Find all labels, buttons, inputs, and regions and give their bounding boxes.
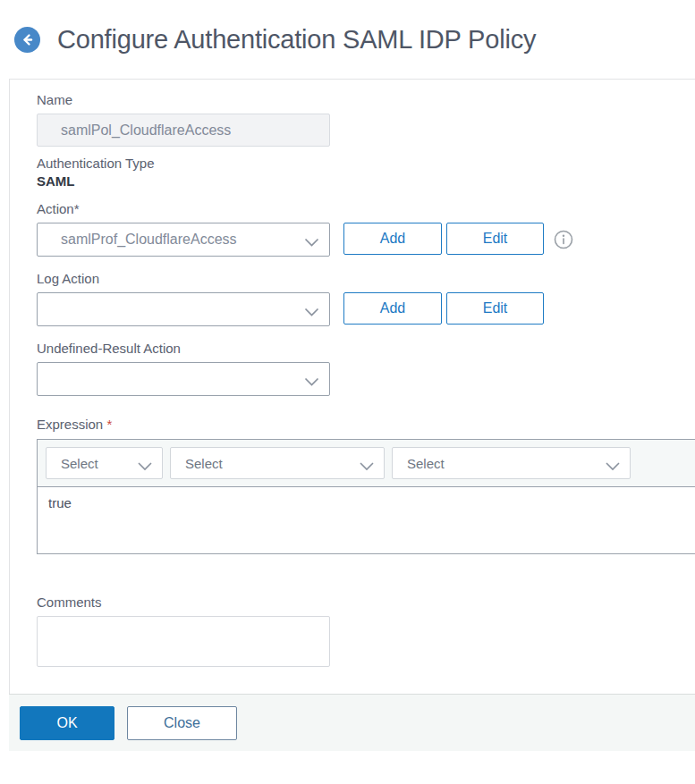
action-label: Action* [37,201,695,216]
expression-select-3[interactable]: Select [392,447,631,479]
chevron-down-icon [606,459,620,474]
log-action-edit-button[interactable]: Edit [446,292,544,325]
log-action-label: Log Action [37,271,695,286]
chevron-down-icon [138,459,152,474]
required-asterisk: * [106,417,112,432]
comments-input[interactable] [37,616,330,667]
ok-button[interactable]: OK [20,706,114,740]
undefined-result-action-label: Undefined-Result Action [37,341,695,356]
action-select[interactable]: samlProf_CloudflareAccess [37,223,330,257]
info-icon[interactable] [554,230,573,253]
footer-bar: OK Close [9,694,695,751]
action-select-value: samlProf_CloudflareAccess [61,232,237,248]
expression-select-2[interactable]: Select [170,447,385,479]
chevron-down-icon [360,459,374,474]
arrow-left-icon [21,33,34,46]
log-action-select[interactable] [37,292,330,326]
action-add-button[interactable]: Add [343,223,442,255]
name-input [37,114,330,147]
undefined-result-action-select[interactable] [37,362,330,396]
expression-toolbar: Select Select Select [38,440,695,487]
chevron-down-icon [304,305,319,321]
back-button[interactable] [14,27,40,53]
close-button[interactable]: Close [127,706,237,740]
chevron-down-icon [304,375,319,391]
form-panel: Name Authentication Type SAML Action* sa… [9,79,695,694]
chevron-down-icon [304,235,319,251]
auth-type-label: Authentication Type [37,156,695,171]
expression-label: Expression * [37,417,695,432]
log-action-add-button[interactable]: Add [343,292,442,325]
expression-input[interactable]: true [38,487,695,553]
name-label: Name [37,92,695,107]
page-title: Configure Authentication SAML IDP Policy [57,25,536,55]
comments-label: Comments [37,594,695,610]
auth-type-value: SAML [37,173,695,189]
action-edit-button[interactable]: Edit [446,223,544,255]
expression-editor: Select Select Select true [37,439,695,554]
expression-select-1[interactable]: Select [46,447,163,479]
page-header: Configure Authentication SAML IDP Policy [0,0,695,79]
